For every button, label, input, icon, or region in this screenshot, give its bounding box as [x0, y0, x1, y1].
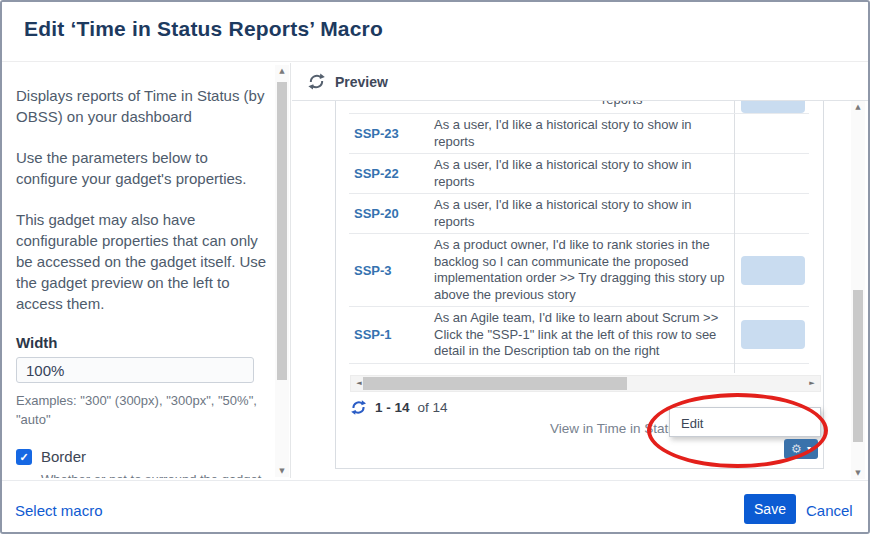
scroll-down-icon[interactable]: ▼	[851, 467, 865, 479]
pagination: 1 - 14 of 14	[350, 399, 448, 416]
scroll-right-icon[interactable]: ►	[804, 376, 820, 391]
issue-key-link[interactable]: SSP-23	[354, 126, 399, 141]
table-row-clipped: reports	[349, 101, 809, 114]
preview-scrollbar-thumb[interactable]	[853, 290, 863, 442]
macro-parameters-sidebar: Displays reports of Time in Status (by O…	[2, 63, 291, 478]
result-total: of 14	[418, 400, 448, 415]
macro-description: This gadget may also have configurable p…	[16, 209, 270, 314]
menu-item-edit[interactable]: Edit	[670, 408, 820, 431]
refresh-preview-icon[interactable]	[307, 73, 326, 90]
width-input[interactable]	[16, 357, 254, 383]
issue-summary: As a user, I'd like a historical story t…	[434, 196, 734, 231]
issue-key-link[interactable]: SSP-20	[354, 206, 399, 221]
dialog-title-bar: Edit ‘Time in Status Reports’ Macro	[2, 2, 868, 62]
status-badge	[741, 256, 805, 285]
table-column-divider	[734, 101, 735, 373]
select-macro-link[interactable]: Select macro	[15, 502, 103, 519]
preview-table-rows: SSP-23 As a user, I'd like a historical …	[349, 114, 809, 364]
sidebar-scrollbar-thumb[interactable]	[277, 82, 287, 380]
scroll-up-icon[interactable]: ▲	[275, 65, 289, 77]
preview-scrollbar[interactable]: ▲ ▼	[851, 101, 865, 479]
preview-panel: Preview reports SSP-23 As a user, I'd li…	[292, 63, 868, 480]
issue-table: reports SSP-23 As a user, I'd like a his…	[349, 101, 809, 364]
table-row: SSP-22 As a user, I'd like a historical …	[349, 154, 809, 194]
horizontal-scrollbar-thumb[interactable]	[363, 377, 627, 390]
gadget-settings-button[interactable]: ⚙ ▾	[784, 439, 818, 459]
table-row: SSP-23 As a user, I'd like a historical …	[349, 114, 809, 154]
macro-description: Use the parameters below to configure yo…	[16, 147, 270, 189]
issue-key-link[interactable]: SSP-1	[354, 327, 392, 342]
issue-summary: reports	[602, 101, 642, 109]
width-field-label: Width	[16, 334, 270, 351]
edit-macro-dialog: Edit ‘Time in Status Reports’ Macro Disp…	[0, 0, 870, 534]
preview-header: Preview	[292, 63, 868, 101]
dialog-title: Edit ‘Time in Status Reports’ Macro	[24, 17, 383, 41]
checkmark-icon: ✓	[19, 451, 28, 463]
width-field-help: Examples: "300" (300px), "300px", "50%",…	[16, 391, 270, 429]
border-checkbox[interactable]: ✓	[16, 449, 32, 465]
issue-key-link[interactable]: SSP-3	[354, 263, 392, 278]
save-button[interactable]: Save	[744, 494, 796, 524]
border-field-help: Whether or not to surround the gadget wi…	[41, 471, 269, 478]
issue-summary: As a user, I'd like a historical story t…	[434, 116, 734, 151]
sidebar-scrollbar[interactable]: ▲ ▼	[275, 65, 289, 477]
scroll-down-icon[interactable]: ▼	[275, 465, 289, 477]
issue-summary: As a user, I'd like a historical story t…	[434, 156, 734, 191]
view-in-app-link[interactable]: View in Time in Statu	[550, 421, 676, 436]
table-row: SSP-20 As a user, I'd like a historical …	[349, 194, 809, 234]
scroll-up-icon[interactable]: ▲	[851, 101, 865, 113]
issue-key-link[interactable]: SSP-22	[354, 166, 399, 181]
status-badge	[741, 320, 805, 349]
border-checkbox-label: Border	[41, 448, 86, 465]
table-row: SSP-1 As an Agile team, I'd like to lear…	[349, 307, 809, 364]
dialog-footer: Select macro Save Cancel	[2, 480, 868, 532]
refresh-results-icon[interactable]	[350, 399, 367, 416]
chevron-down-icon: ▾	[807, 445, 811, 453]
table-row: SSP-3 As a product owner, I'd like to ra…	[349, 234, 809, 307]
gadget-dropdown-menu: Edit	[669, 407, 821, 437]
status-badge	[741, 101, 805, 113]
preview-label: Preview	[335, 74, 388, 90]
issue-summary: As an Agile team, I'd like to learn abou…	[434, 309, 734, 361]
table-horizontal-scrollbar[interactable]: ◄ ►	[350, 375, 821, 392]
macro-description: Displays reports of Time in Status (by O…	[16, 85, 270, 127]
gear-icon: ⚙	[791, 443, 802, 455]
cancel-button[interactable]: Cancel	[806, 502, 853, 519]
issue-summary: As a product owner, I'd like to rank sto…	[434, 236, 734, 304]
result-range: 1 - 14	[375, 400, 410, 415]
